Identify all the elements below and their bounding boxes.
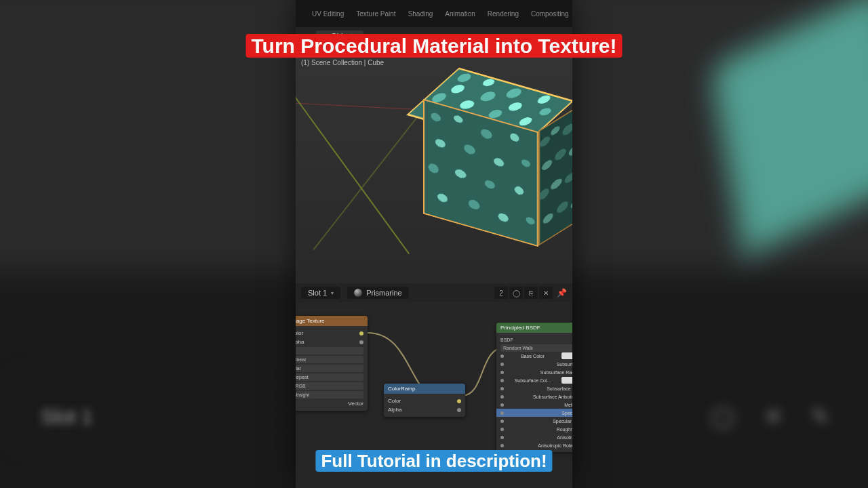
material-dropdown[interactable]: Prismarine <box>347 287 409 299</box>
metallic-label: Metallic <box>564 403 572 407</box>
base-color-label: Base Color <box>521 354 545 359</box>
new-material-button[interactable]: ◯ <box>509 287 523 299</box>
material-name: Prismarine <box>366 289 402 297</box>
alpha-mode-dropdown[interactable]: Straight <box>296 391 363 399</box>
background-icons-blur: ◯ ✕ ✎ <box>711 405 841 428</box>
sss-ior-label: Subsurface IOR <box>547 386 572 391</box>
users-count[interactable]: 2 <box>494 287 508 299</box>
tab-shading[interactable]: Shading <box>408 10 433 18</box>
extension-dropdown[interactable]: Repeat <box>296 373 363 381</box>
socket-icon[interactable] <box>500 411 504 415</box>
aniso-rot-label: Anisotropic Rotation <box>538 443 572 448</box>
tab-uv-editing[interactable]: UV Editing <box>312 10 344 18</box>
viewport-collection-label: (1) Scene Collection | Cube <box>301 58 384 68</box>
socket-icon[interactable] <box>500 436 504 439</box>
socket-color-icon[interactable] <box>359 331 363 336</box>
overlay-title: Turn Procedural Material into Texture! <box>246 34 623 58</box>
socket-icon[interactable] <box>500 428 504 431</box>
output-color: Color <box>296 330 303 336</box>
socket-icon[interactable] <box>500 387 504 390</box>
socket-icon[interactable] <box>500 363 504 366</box>
image-texture-node[interactable]: Image Texture Color Alpha ▾ Linear Flat … <box>296 316 368 411</box>
tab-texture-paint[interactable]: Texture Paint <box>356 10 395 18</box>
node-header[interactable]: Principled BSDF <box>496 323 572 333</box>
socket-icon[interactable] <box>500 371 504 374</box>
colorspace-dropdown[interactable]: sRGB <box>296 382 363 390</box>
socket-icon[interactable] <box>500 403 504 407</box>
material-preview-icon <box>354 289 362 297</box>
subsurface-label: Subsurface <box>557 362 572 367</box>
base-color-swatch[interactable] <box>561 352 572 359</box>
output-color: Color <box>388 398 401 404</box>
material-actions: 2 ◯ ⎘ ✕ 📌 <box>494 287 567 299</box>
socket-alpha-icon[interactable] <box>457 408 461 412</box>
specular-tint-label: Specular Tint <box>553 419 572 424</box>
unlink-material-button[interactable]: ✕ <box>539 287 553 299</box>
socket-icon[interactable] <box>500 444 504 447</box>
output-alpha: Alpha <box>388 407 401 413</box>
input-vector: Vector <box>348 401 363 407</box>
tab-animation[interactable]: Animation <box>445 10 475 18</box>
duplicate-material-button[interactable]: ⎘ <box>524 287 538 299</box>
interpolation-dropdown[interactable]: Linear <box>296 356 363 363</box>
shader-editor-header: Slot 1 ▾ Prismarine 2 ◯ ⎘ ✕ 📌 <box>296 283 572 302</box>
material-slot-dropdown[interactable]: Slot 1 ▾ <box>301 287 340 299</box>
node-header[interactable]: Image Texture <box>296 316 368 326</box>
socket-icon[interactable] <box>500 420 504 423</box>
overlay-subtitle-text: Full Tutorial in description! <box>315 450 552 472</box>
socket-icon[interactable] <box>500 379 504 382</box>
sss-method[interactable]: Random Walk <box>500 344 572 352</box>
bsdf-output: BSDF <box>500 338 513 342</box>
image-field[interactable]: ▾ <box>296 347 363 354</box>
tab-rendering[interactable]: Rendering <box>488 10 519 18</box>
sss-radius-label: Subsurface Radius <box>540 370 572 375</box>
video-frame: Slot 1 ◯ ✕ ✎ UV Editing Texture Paint Sh… <box>0 0 868 488</box>
workspace-tabs[interactable]: UV Editing Texture Paint Shading Animati… <box>296 0 572 27</box>
3d-viewport[interactable]: User Perspective (1) Scene Collection | … <box>296 45 572 283</box>
output-alpha: Alpha <box>296 339 304 345</box>
tab-compositing[interactable]: Compositing <box>531 10 569 18</box>
color-ramp-node[interactable]: ColorRamp Color Alpha <box>384 384 465 417</box>
roughness-label: Roughness <box>557 427 572 432</box>
background-slot-label: Slot 1 <box>41 405 93 428</box>
overlay-title-text: Turn Procedural Material into Texture! <box>246 34 623 58</box>
socket-color-icon[interactable] <box>457 399 461 403</box>
cube-object[interactable] <box>403 75 572 251</box>
specular-label: Specular <box>561 411 572 415</box>
projection-dropdown[interactable]: Flat <box>296 365 363 372</box>
principled-bsdf-node[interactable]: Principled BSDF BSDF Random Walk Base Co… <box>496 323 572 452</box>
socket-alpha-icon[interactable] <box>359 340 363 344</box>
socket-icon[interactable] <box>500 354 504 358</box>
sss-color-swatch[interactable] <box>561 377 572 384</box>
socket-icon[interactable] <box>500 395 504 399</box>
center-panel: UV Editing Texture Paint Shading Animati… <box>296 0 572 488</box>
sss-aniso-label: Subsurface Anisotropy <box>533 394 572 399</box>
pin-icon[interactable]: 📌 <box>557 288 567 298</box>
aniso-label: Anisotropic <box>557 435 572 440</box>
chevron-down-icon: ▾ <box>331 290 334 296</box>
y-axis-line <box>296 89 410 254</box>
overlay-subtitle: Full Tutorial in description! <box>315 451 552 472</box>
node-header[interactable]: ColorRamp <box>384 384 465 394</box>
sss-color-label: Subsurface Col... <box>515 378 551 383</box>
slot-label: Slot 1 <box>308 289 327 297</box>
